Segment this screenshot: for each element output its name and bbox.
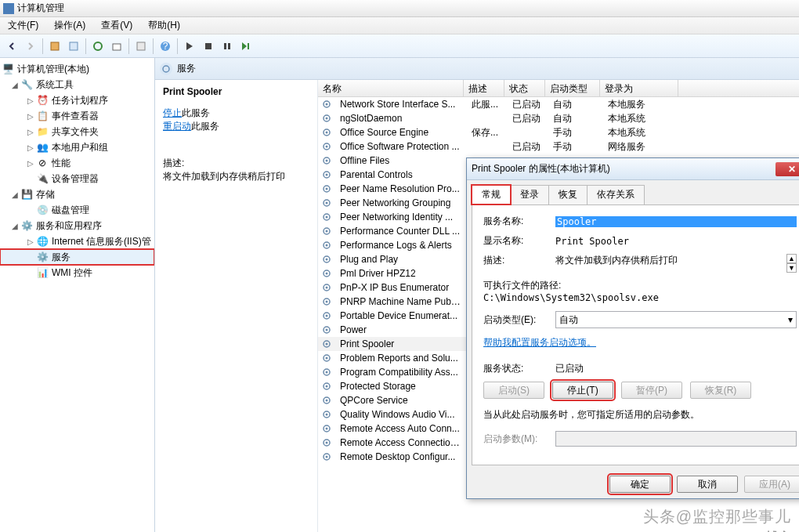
expand-icon[interactable]: ◢ [9, 222, 20, 230]
app-icon [3, 3, 14, 14]
expand-icon[interactable]: ▷ [25, 237, 36, 246]
startup-type-select[interactable]: 自动▾ [555, 311, 797, 328]
service-name-cell: Remote Access Auto Conn... [335, 422, 467, 435]
nav-tree[interactable]: 🖥️计算机管理(本地) ◢🔧系统工具 ▷⏰任务计划程序 ▷📋事件查看器 ▷📁共享… [0, 58, 155, 532]
help-link[interactable]: 帮助我配置服务启动选项。 [483, 337, 596, 348]
menu-help[interactable]: 帮助(H) [145, 17, 183, 34]
disk-icon: 💿 [36, 204, 49, 216]
back-button[interactable] [3, 38, 20, 55]
help-button[interactable]: ? [157, 38, 174, 55]
forward-button[interactable] [22, 38, 39, 55]
svg-point-51 [326, 371, 328, 374]
detail-title: Print Spooler [163, 86, 309, 97]
stop-link[interactable]: 停止 [163, 107, 182, 118]
service-name-cell: PNRP Machine Name Publi... [335, 295, 467, 308]
service-row[interactable]: ngSlotDaemon已启动自动本地系统 [318, 111, 799, 125]
nav-task-scheduler[interactable]: ▷⏰任务计划程序 [0, 92, 154, 108]
nav-storage[interactable]: ◢💾存储 [0, 186, 154, 202]
nav-services[interactable]: ⚙️服务 [0, 249, 154, 265]
cancel-button[interactable]: 取消 [677, 476, 738, 493]
exe-path-label: 可执行文件的路径: [483, 279, 797, 292]
properties-button[interactable] [132, 38, 150, 55]
menu-file[interactable]: 文件(F) [5, 17, 42, 34]
restart-link[interactable]: 重启动 [163, 121, 191, 132]
nav-event-viewer[interactable]: ▷📋事件查看器 [0, 108, 154, 124]
col-status[interactable]: 状态 [504, 80, 545, 96]
service-name-cell: Problem Reports and Solu... [335, 352, 467, 364]
detail-stop-line: 停止此服务 [163, 107, 309, 120]
col-name[interactable]: 名称 [318, 80, 464, 96]
gear-icon [321, 226, 332, 237]
restart-button[interactable] [237, 38, 255, 55]
col-logon[interactable]: 登录为 [600, 80, 678, 96]
expand-icon[interactable]: ▷ [25, 96, 36, 105]
expand-icon[interactable]: ◢ [9, 190, 20, 199]
expand-icon[interactable]: ◢ [9, 81, 20, 89]
gear-icon: ⚙️ [36, 251, 49, 263]
nav-shared-folders[interactable]: ▷📁共享文件夹 [0, 124, 154, 139]
toolbar-btn-2[interactable] [65, 38, 82, 55]
play-button[interactable] [181, 38, 198, 55]
nav-disk-management[interactable]: 💿磁盘管理 [0, 202, 154, 218]
col-desc[interactable]: 描述 [464, 80, 504, 96]
nav-systools[interactable]: ◢🔧系统工具 [0, 77, 154, 92]
service-name-cell: Quality Windows Audio Vi... [335, 408, 467, 421]
display-name-label: 显示名称: [483, 234, 555, 248]
detail-desc-label: 描述: [163, 157, 309, 170]
pause-button[interactable] [219, 38, 236, 55]
nav-root[interactable]: 🖥️计算机管理(本地) [0, 61, 154, 77]
tab-recovery[interactable]: 恢复 [548, 185, 588, 204]
menu-view[interactable]: 查看(V) [98, 17, 136, 34]
pause-button: 暂停(P) [621, 382, 682, 399]
startup-hint: 当从此处启动服务时，您可指定所适用的启动参数。 [483, 408, 797, 422]
tools-icon: 🔧 [20, 78, 33, 91]
dialog-titlebar[interactable]: Print Spooler 的属性(本地计算机) ✕ [467, 158, 799, 180]
tab-logon[interactable]: 登录 [510, 185, 549, 204]
export-button[interactable] [108, 38, 125, 55]
expand-icon[interactable]: ▷ [25, 128, 36, 136]
col-startup[interactable]: 启动类型 [545, 80, 600, 96]
service-row[interactable]: Network Store Interface S...此服...已启动自动本地… [318, 97, 799, 111]
service-name-cell: Peer Name Resolution Pro... [335, 183, 467, 195]
toolbar-btn-1[interactable] [46, 38, 63, 55]
stop-button[interactable]: 停止(T) [552, 382, 613, 399]
services-apps-icon: ⚙️ [20, 219, 33, 232]
svg-point-35 [326, 259, 328, 261]
expand-icon[interactable]: ▷ [25, 143, 36, 152]
wmi-icon: 📊 [36, 266, 49, 279]
nav-device-manager[interactable]: 🔌设备管理器 [0, 171, 154, 186]
svg-point-15 [326, 118, 328, 120]
tab-general[interactable]: 常规 [472, 185, 511, 204]
nav-iis[interactable]: ▷🌐Internet 信息服务(IIS)管 [0, 233, 154, 249]
nav-users-groups[interactable]: ▷👥本地用户和组 [0, 139, 154, 155]
service-logon-cell: 本地系统 [603, 111, 682, 126]
expand-icon[interactable]: ▷ [25, 159, 36, 168]
service-name-cell: Remote Desktop Configur... [335, 451, 467, 463]
svg-rect-7 [205, 43, 212, 49]
scroll-up-icon[interactable]: ▲ [786, 254, 797, 263]
nav-services-apps[interactable]: ◢⚙️服务和应用程序 [0, 218, 154, 233]
svg-point-37 [326, 273, 328, 275]
service-desc-cell: 此服... [467, 97, 508, 112]
nav-performance[interactable]: ▷⊘性能 [0, 155, 154, 171]
tab-dependencies[interactable]: 依存关系 [587, 185, 645, 204]
close-button[interactable]: ✕ [776, 162, 799, 176]
stop-button[interactable] [200, 38, 217, 55]
service-name: Spooler [555, 216, 797, 227]
nav-wmi[interactable]: 📊WMI 控件 [0, 265, 154, 280]
menu-action[interactable]: 操作(A) [51, 17, 89, 34]
detail-restart-line: 重启动此服务 [163, 120, 309, 133]
service-name-cell: Program Compatibility Ass... [335, 366, 467, 378]
scroll-down-icon[interactable]: ▼ [786, 263, 797, 273]
detail-pane: Print Spooler 停止此服务 重启动此服务 描述: 将文件加载到内存供… [155, 80, 318, 532]
service-row[interactable]: Office Source Engine保存...手动本地系统 [318, 125, 799, 139]
service-row[interactable]: Office Software Protection ...已启动手动网络服务 [318, 139, 799, 154]
service-startup-cell: 自动 [548, 111, 603, 126]
service-name-cell: Print Spooler [335, 338, 467, 350]
svg-point-55 [326, 400, 328, 402]
detail-desc: 将文件加载到内存供稍后打印 [163, 170, 309, 183]
refresh-button[interactable] [89, 38, 107, 55]
expand-icon[interactable]: ▷ [25, 112, 36, 121]
service-status-cell: 已启动 [508, 97, 548, 112]
ok-button[interactable]: 确定 [609, 476, 671, 493]
